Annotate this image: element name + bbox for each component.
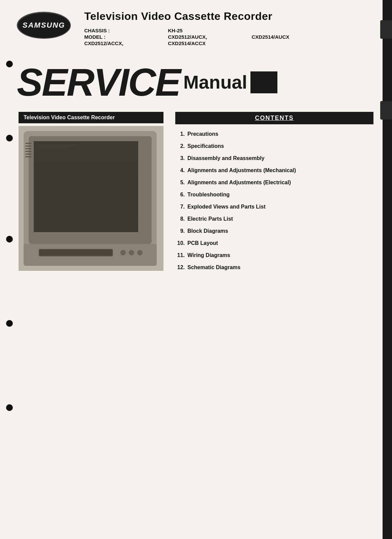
binding-tab-2 (380, 101, 392, 120)
contents-item-9: 9. Block Diagrams (175, 228, 373, 234)
item-label-7: Exploded Views and Parts List (187, 204, 266, 210)
contents-item-2: 2. Specifications (175, 143, 373, 149)
bullet-dot-4 (6, 320, 13, 327)
item-label-2: Specifications (187, 143, 224, 149)
model-value-1: CXD2512/AUCX, (168, 34, 248, 40)
page: SAMSUNG Television Video Cassette Record… (0, 0, 392, 539)
item-number-8: 8. (175, 216, 185, 222)
samsung-logo-text: SAMSUNG (23, 21, 65, 30)
item-label-4: Alignments and Adjustments (Mechanical) (187, 167, 296, 173)
svg-rect-17 (25, 154, 31, 155)
svg-point-10 (120, 250, 126, 255)
chassis-value: KH-25 (168, 28, 248, 33)
specs-table: CHASSIS : KH-25 MODEL : CXD2512/AUCX, CX… (84, 28, 375, 46)
bullet-dot-1 (6, 61, 13, 67)
contents-item-4: 4. Alignments and Adjustments (Mechanica… (175, 167, 373, 173)
item-number-2: 2. (175, 143, 185, 149)
binding-tab-1 (380, 20, 392, 39)
item-number-1: 1. (175, 131, 185, 137)
item-number-12: 12. (175, 264, 185, 271)
model-value-3: CXD2512/ACCX, (84, 40, 164, 46)
logo-container: SAMSUNG (17, 12, 71, 39)
svg-rect-14 (25, 146, 31, 147)
item-label-9: Block Diagrams (187, 228, 228, 234)
item-number-11: 11. (175, 252, 185, 258)
contents-item-11: 11. Wiring Diagrams (175, 252, 373, 258)
svg-rect-15 (25, 148, 31, 149)
svg-rect-9 (39, 250, 112, 256)
service-manual-section: SERVICE Manual (0, 53, 392, 112)
chassis-label: CHASSIS : (84, 28, 164, 33)
item-number-9: 9. (175, 228, 185, 234)
contents-item-5: 5. Alignments and Adjustments (Electrica… (175, 180, 373, 186)
service-text: SERVICE (17, 63, 180, 102)
bullet-dot-5 (6, 404, 13, 411)
manual-bar-decoration (250, 71, 277, 93)
right-column: CONTENTS 1. Precautions 2. Specification… (175, 112, 373, 277)
contents-item-3: 3. Disassembly and Reassembly (175, 155, 373, 161)
item-number-6: 6. (175, 192, 185, 198)
item-label-3: Disassembly and Reassembly (187, 155, 265, 161)
item-label-11: Wiring Diagrams (187, 252, 230, 258)
tv-image (19, 126, 163, 271)
binding-edge (383, 0, 392, 539)
item-number-5: 5. (175, 180, 185, 186)
item-label-5: Alignments and Adjustments (Electrical) (187, 180, 291, 186)
svg-rect-13 (25, 143, 31, 144)
item-number-10: 10. (175, 240, 185, 246)
svg-rect-18 (25, 156, 31, 157)
left-column: Television Video Cassette Recorder (19, 112, 163, 277)
item-number-4: 4. (175, 167, 185, 173)
contents-item-6: 6. Troubleshooting (175, 192, 373, 198)
header-info: Television Video Cassette Recorder CHASS… (84, 10, 375, 46)
main-content: Television Video Cassette Recorder (0, 112, 392, 287)
item-label-1: Precautions (187, 131, 218, 137)
model-value-4: CXD2514/ACCX (168, 40, 248, 46)
contents-header: CONTENTS (175, 112, 373, 124)
bullet-dot-3 (6, 236, 13, 243)
svg-point-12 (137, 250, 143, 255)
item-label-12: Schematic Diagrams (187, 264, 240, 271)
tv-label-box: Television Video Cassette Recorder (19, 112, 163, 123)
manual-text: Manual (183, 73, 247, 92)
model-label: MODEL : (84, 34, 164, 40)
contents-item-10: 10. PCB Layout (175, 240, 373, 246)
contents-item-7: 7. Exploded Views and Parts List (175, 204, 373, 210)
model-value-2: CXD2514/AUCX (252, 34, 331, 40)
item-number-3: 3. (175, 155, 185, 161)
item-label-10: PCB Layout (187, 240, 218, 246)
svg-rect-16 (25, 151, 31, 152)
samsung-logo: SAMSUNG (17, 12, 71, 39)
product-title: Television Video Cassette Recorder (84, 10, 375, 23)
item-label-8: Electric Parts List (187, 216, 233, 222)
contents-item-1: 1. Precautions (175, 131, 373, 137)
header-section: SAMSUNG Television Video Cassette Record… (0, 0, 392, 53)
bullet-dot-2 (6, 135, 13, 141)
contents-item-8: 8. Electric Parts List (175, 216, 373, 222)
contents-item-12: 12. Schematic Diagrams (175, 264, 373, 271)
contents-list: 1. Precautions 2. Specifications 3. Disa… (175, 131, 373, 271)
svg-point-11 (129, 250, 134, 255)
item-number-7: 7. (175, 204, 185, 210)
svg-rect-27 (34, 141, 138, 232)
item-label-6: Troubleshooting (187, 192, 230, 198)
